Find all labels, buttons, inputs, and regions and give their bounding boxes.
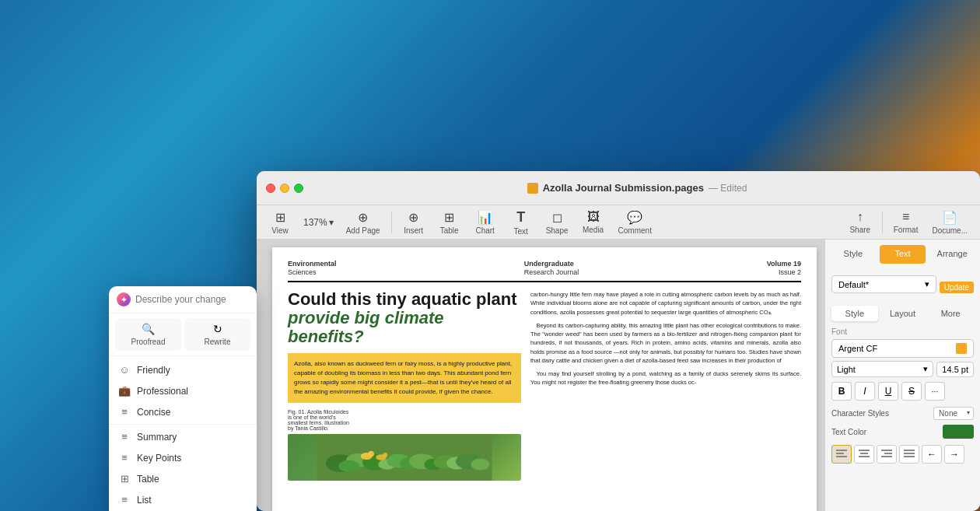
- shape-icon: ◻: [552, 210, 562, 225]
- font-weight-row: Light ▾ 14.5 pt: [831, 361, 974, 377]
- decrease-indent-button[interactable]: ←: [922, 445, 942, 464]
- format-label: Format: [894, 226, 919, 234]
- document-label: Docume...: [932, 226, 968, 235]
- italic-button[interactable]: I: [855, 382, 875, 401]
- toolbar-shape[interactable]: ◻ Shape: [540, 207, 575, 238]
- toolbar-text[interactable]: T Text: [504, 206, 538, 239]
- friendly-option[interactable]: ☺ Friendly: [109, 359, 257, 380]
- align-center-button[interactable]: [854, 445, 874, 464]
- panel-content: Default* ▾ Update Style Layout More: [825, 269, 980, 511]
- text-icon: T: [516, 209, 525, 226]
- toolbar-comment[interactable]: 💬 Comment: [612, 207, 658, 238]
- ai-menu-items: ☺ Friendly 💼 Professional ≡ Concise ≡ Su…: [109, 356, 257, 511]
- rewrite-label: Rewrite: [205, 338, 231, 346]
- more-format-button[interactable]: ···: [925, 382, 945, 401]
- professional-option[interactable]: 💼 Professional: [109, 380, 257, 401]
- doc-header-right: Volume 19 Issue 2: [767, 260, 801, 276]
- content-area: Environmental Sciences Undergraduate Res…: [257, 240, 980, 511]
- summary-option[interactable]: ≡ Summary: [109, 426, 257, 447]
- zoom-control[interactable]: 137% ▾: [299, 214, 338, 231]
- svg-rect-26: [881, 450, 892, 451]
- sub-tab-style[interactable]: Style: [831, 306, 878, 321]
- svg-rect-23: [860, 453, 868, 454]
- concise-option[interactable]: ≡ Concise: [109, 401, 257, 422]
- key-points-icon: ≡: [118, 452, 131, 464]
- friendly-icon: ☺: [118, 364, 131, 376]
- toolbar-separator: [391, 212, 392, 233]
- svg-rect-32: [904, 456, 915, 457]
- window-title: Azolla Journal Submission.pages: [543, 182, 704, 194]
- media-icon: 🖼: [587, 210, 600, 224]
- tab-style[interactable]: Style: [830, 243, 877, 266]
- list-icon: ≡: [118, 494, 131, 506]
- chart-label: Chart: [475, 226, 494, 235]
- align-right-button[interactable]: [877, 445, 897, 464]
- doc-icon: [527, 183, 538, 194]
- minimize-button[interactable]: [280, 184, 289, 193]
- align-left-button[interactable]: [831, 445, 852, 464]
- sub-tab-layout[interactable]: Layout: [880, 306, 926, 321]
- svg-rect-22: [859, 450, 870, 451]
- doc-header-center: Undergraduate Research Journal: [524, 260, 579, 276]
- toolbar-chart[interactable]: 📊 Chart: [468, 207, 502, 238]
- toolbar-insert[interactable]: ⊕ Insert: [397, 207, 431, 238]
- bold-button[interactable]: B: [831, 382, 852, 401]
- doc-area: Environmental Sciences Undergraduate Res…: [257, 240, 824, 511]
- view-icon: ⊞: [275, 210, 285, 225]
- font-size-control[interactable]: 14.5 pt: [936, 362, 974, 377]
- traffic-lights: [266, 184, 303, 193]
- strikethrough-button[interactable]: S: [901, 382, 922, 401]
- font-weight-select[interactable]: Light ▾: [831, 361, 933, 377]
- volume: Volume 19: [767, 260, 801, 268]
- align-justify-button[interactable]: [899, 445, 919, 464]
- sub-tab-more[interactable]: More: [927, 306, 974, 321]
- doc-left-column: Could this tiny aquatic plant provide bi…: [288, 290, 521, 481]
- toolbar-document[interactable]: 📄 Docume...: [926, 207, 974, 238]
- text-color-swatch[interactable]: [943, 425, 974, 439]
- tab-arrange[interactable]: Arrange: [929, 243, 975, 266]
- increase-indent-button[interactable]: →: [944, 445, 964, 464]
- media-label: Media: [583, 226, 604, 234]
- svg-rect-19: [836, 453, 844, 454]
- summary-icon: ≡: [118, 431, 131, 443]
- underline-button[interactable]: U: [878, 382, 898, 401]
- right-text-para2: Beyond its carbon-capturing ability, thi…: [530, 321, 801, 365]
- font-name-row[interactable]: Argent CF: [831, 339, 974, 358]
- doc-main: Could this tiny aquatic plant provide bi…: [288, 290, 801, 481]
- toolbar-view[interactable]: ⊞ View: [263, 207, 297, 238]
- ai-search-bar: ✦: [109, 286, 257, 313]
- journal-name2: Research Journal: [524, 268, 579, 276]
- toolbar-table[interactable]: ⊞ Table: [432, 207, 467, 238]
- journal-field2: Sciences: [288, 268, 337, 276]
- text-color-row: Text Color: [831, 425, 974, 439]
- table-label: Table: [440, 226, 459, 235]
- table-option[interactable]: ⊞ Table: [109, 468, 257, 489]
- font-color-swatch: [956, 343, 967, 354]
- list-option[interactable]: ≡ List: [109, 489, 257, 510]
- toolbar-format[interactable]: ≡ Format: [887, 207, 925, 237]
- maximize-button[interactable]: [294, 184, 303, 193]
- proofread-button[interactable]: 🔍 Proofread: [115, 318, 181, 351]
- toolbar-media[interactable]: 🖼 Media: [576, 207, 611, 237]
- ai-describe-input[interactable]: [135, 294, 252, 305]
- document-icon: 📄: [942, 210, 957, 225]
- update-button[interactable]: Update: [940, 282, 974, 293]
- character-styles-dropdown[interactable]: None ▾: [933, 407, 974, 420]
- close-button[interactable]: [266, 184, 275, 193]
- rewrite-button[interactable]: ↻ Rewrite: [184, 318, 250, 351]
- toolbar-add-page[interactable]: ⊕ Add Page: [340, 207, 387, 238]
- comment-label: Comment: [618, 226, 652, 235]
- style-dropdown[interactable]: Default* ▾: [831, 275, 936, 293]
- tab-text[interactable]: Text: [880, 245, 926, 264]
- doc-page: Environmental Sciences Undergraduate Res…: [272, 247, 817, 511]
- toolbar-share[interactable]: ↑ Share: [843, 207, 877, 237]
- key-points-option[interactable]: ≡ Key Points: [109, 447, 257, 468]
- toolbar: ⊞ View 137% ▾ ⊕ Add Page ⊕ Insert ⊞ Tabl…: [257, 205, 980, 240]
- article-title: Could this tiny aquatic plant provide bi…: [288, 290, 521, 347]
- summary-label: Summary: [137, 432, 177, 443]
- key-points-label: Key Points: [137, 453, 181, 464]
- right-text-body: You may find yourself strolling by a pon…: [530, 369, 801, 387]
- chart-icon: 📊: [478, 210, 493, 225]
- add-page-icon: ⊕: [358, 210, 368, 225]
- table-icon: ⊞: [444, 210, 454, 225]
